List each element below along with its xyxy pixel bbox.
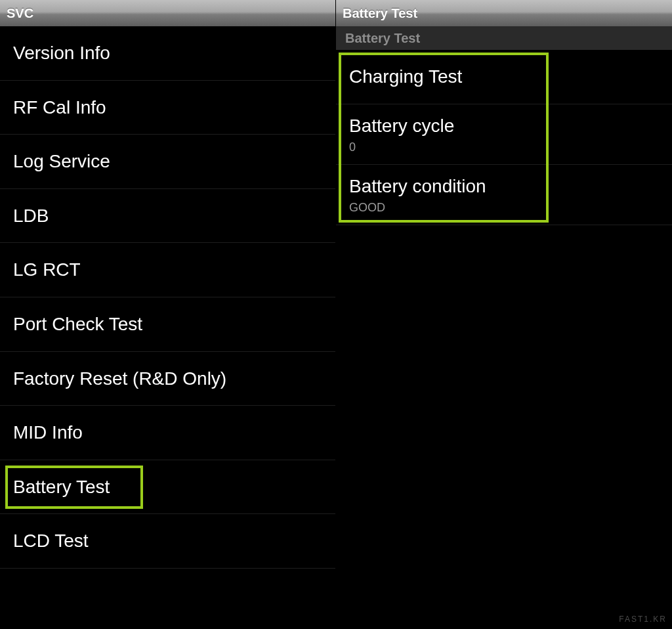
battery-test-subheader: Battery Test	[336, 26, 672, 50]
svc-menu-item[interactable]: MID Info	[0, 406, 335, 460]
battery-test-panel: Battery Test Battery Test Charging TestB…	[336, 0, 672, 629]
svc-menu-item[interactable]: RF Cal Info	[0, 81, 335, 135]
svc-panel: SVC Version InfoRF Cal InfoLog ServiceLD…	[0, 0, 336, 629]
battery-test-item[interactable]: Battery conditionGOOD	[336, 165, 672, 225]
watermark: FAST1.KR	[619, 615, 667, 624]
svc-menu-item[interactable]: LDB	[0, 189, 335, 244]
svc-menu-item[interactable]: Version Info	[0, 26, 335, 81]
battery-test-subtitle: Battery Test	[345, 31, 420, 46]
svc-title: SVC	[7, 6, 33, 21]
battery-test-list: Charging TestBattery cycle0Battery condi…	[336, 50, 672, 629]
svc-menu-item[interactable]: Battery Test	[0, 460, 335, 515]
battery-test-item-value: GOOD	[349, 201, 659, 215]
battery-test-item[interactable]: Charging Test	[336, 50, 672, 104]
svc-menu-item[interactable]: Port Check Test	[0, 297, 335, 352]
battery-test-title: Battery Test	[343, 6, 417, 21]
battery-test-item-label: Charging Test	[349, 66, 462, 87]
svc-menu-item[interactable]: LCD Test	[0, 514, 335, 569]
svc-menu-list: Version InfoRF Cal InfoLog ServiceLDBLG …	[0, 26, 335, 629]
svc-header: SVC	[0, 0, 335, 26]
battery-test-item-label: Battery cycle	[349, 116, 454, 136]
battery-test-item-value: 0	[349, 141, 659, 155]
svc-menu-item[interactable]: LG RCT	[0, 243, 335, 297]
svc-menu-item[interactable]: Log Service	[0, 135, 335, 189]
battery-test-item[interactable]: Battery cycle0	[336, 104, 672, 165]
battery-test-item-label: Battery condition	[349, 176, 486, 196]
svc-menu-item[interactable]: Factory Reset (R&D Only)	[0, 352, 335, 406]
battery-test-header: Battery Test	[336, 0, 672, 26]
